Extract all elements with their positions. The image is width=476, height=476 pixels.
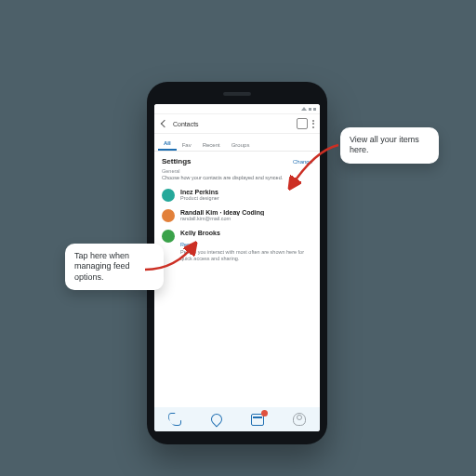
pin-icon (208, 412, 224, 428)
app-bar: Contacts (154, 114, 320, 134)
bottom-nav (154, 407, 320, 431)
status-dot (313, 108, 316, 111)
back-button[interactable] (160, 119, 169, 128)
list-item[interactable]: Randall Kim · Ideay Coding randall.kim@m… (162, 209, 312, 222)
phone-speaker (223, 92, 251, 96)
overflow-menu-button[interactable] (312, 120, 314, 128)
tab-groups[interactable]: Groups (226, 139, 256, 151)
nav-phone[interactable] (168, 413, 181, 426)
annotation-arrow-icon (139, 236, 205, 301)
app-title: Contacts (173, 121, 297, 127)
tab-fav[interactable]: Fav (177, 139, 197, 151)
annotation-arrow-icon (281, 139, 346, 205)
nav-profile[interactable] (293, 413, 306, 426)
signal-icon (301, 107, 307, 111)
tab-all[interactable]: All (158, 138, 177, 151)
callout-right: View all your items here. (340, 127, 439, 164)
notification-badge (261, 410, 268, 416)
chevron-left-icon (161, 120, 168, 127)
status-bar (154, 104, 320, 114)
item-name: Randall Kim · Ideay Coding (180, 209, 312, 216)
item-name: Kelly Brooks (180, 230, 312, 236)
user-icon (293, 413, 306, 426)
tab-count-button[interactable] (297, 118, 308, 129)
item-sub: randall.kim@mail.com (180, 216, 312, 221)
tab-recent[interactable]: Recent (197, 139, 226, 151)
section-title: Settings (162, 157, 192, 165)
avatar (162, 189, 175, 202)
nav-calendar[interactable] (251, 413, 264, 426)
nav-places[interactable] (210, 413, 223, 426)
avatar (162, 209, 175, 222)
status-dot (309, 108, 311, 111)
